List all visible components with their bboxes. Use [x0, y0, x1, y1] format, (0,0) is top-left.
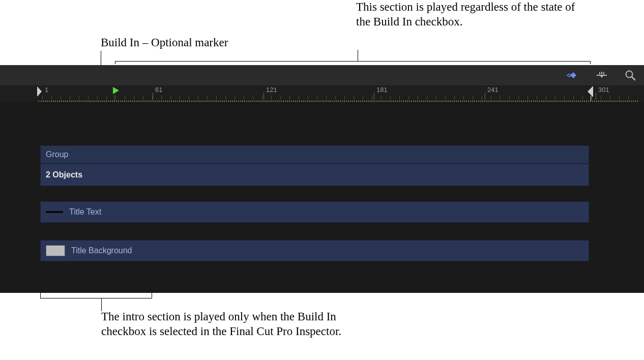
- ruler-tick: [216, 96, 217, 100]
- ruler-tick: [308, 96, 308, 100]
- ruler-tick: [509, 96, 510, 100]
- timeline-tracks-area: Group 2 Objects Title Text Title Backgro…: [0, 102, 644, 293]
- magnifier-icon[interactable]: [623, 70, 638, 81]
- svg-rect-12: [592, 86, 593, 97]
- svg-marker-9: [38, 87, 42, 96]
- group-label: Group: [46, 150, 68, 159]
- ruler-tick-major: [485, 93, 485, 100]
- ruler-tick: [601, 96, 601, 100]
- ruler-tick: [546, 96, 546, 100]
- callout-build-in-marker: Build In – Optional marker: [101, 36, 319, 50]
- ruler-tick: [436, 96, 436, 100]
- ruler-tick-major: [374, 93, 374, 100]
- ruler-tick: [518, 96, 519, 100]
- ruler-tick: [317, 96, 317, 100]
- ruler-tick: [280, 96, 281, 100]
- ruler-tick: [244, 96, 244, 100]
- ruler-tick: [463, 96, 464, 100]
- ruler-tick: [143, 96, 143, 100]
- ruler-tick-major: [264, 93, 264, 100]
- svg-marker-11: [588, 86, 593, 97]
- ruler-tick: [161, 96, 162, 100]
- timeline-toolbar: [0, 65, 644, 85]
- ruler-tick: [61, 96, 61, 100]
- group-count: 2 Objects: [46, 170, 82, 179]
- track-row-title-text[interactable]: Title Text: [0, 201, 644, 223]
- ruler-tick: [573, 96, 574, 100]
- ruler-tick: [354, 96, 354, 100]
- ruler-tick: [79, 96, 79, 100]
- ruler-label: 241: [487, 86, 499, 94]
- svg-rect-2: [597, 75, 607, 76]
- ruler-tick: [42, 96, 43, 100]
- ruler-tick: [326, 96, 327, 100]
- track-label: Title Background: [71, 246, 132, 255]
- ruler-tick: [335, 96, 336, 100]
- ruler-tick-major: [596, 93, 596, 100]
- group-count-bar[interactable]: 2 Objects: [40, 164, 589, 186]
- ruler-tick: [262, 96, 262, 100]
- ruler-tick: [271, 96, 272, 100]
- ruler-tick: [537, 96, 537, 100]
- ruler-tick: [491, 96, 491, 100]
- ruler-tick: [106, 96, 107, 100]
- keyframe-diamond-icon[interactable]: [566, 70, 581, 81]
- ruler-tick: [88, 96, 89, 100]
- ruler-tick: [473, 96, 473, 100]
- ruler-tick: [235, 96, 235, 100]
- timeline-panel: 61121181241301 1 Group 2 Obj: [0, 65, 644, 293]
- ruler-label-start: 1: [45, 86, 48, 94]
- ruler-tick: [97, 96, 98, 100]
- track-row-title-background[interactable]: Title Background: [0, 240, 644, 261]
- callout-intro-section: The intro section is played only when th…: [101, 310, 345, 339]
- ruler-tick: [390, 96, 391, 100]
- ruler-tick: [299, 96, 299, 100]
- ruler-tick: [427, 96, 427, 100]
- svg-rect-3: [601, 72, 602, 74]
- group-count-row[interactable]: 2 Objects: [0, 164, 644, 186]
- ruler-tick: [381, 96, 382, 100]
- callout-bracket-top: [115, 50, 591, 64]
- ruler-tick: [454, 96, 455, 100]
- ruler-tick: [528, 96, 528, 100]
- group-header-row[interactable]: Group: [0, 145, 644, 164]
- out-point-icon[interactable]: [584, 86, 594, 97]
- callout-bracket-bottom: [40, 293, 152, 311]
- ruler-tick: [289, 96, 290, 100]
- callout-played-regardless: This section is played regardless of the…: [356, 0, 580, 29]
- ruler-tick: [225, 96, 226, 100]
- ruler-tick: [51, 96, 52, 100]
- ruler-tick: [408, 96, 409, 100]
- timeline-ruler[interactable]: 61121181241301 1: [0, 85, 644, 100]
- ruler-tick: [125, 96, 125, 100]
- ruler-label: 121: [266, 86, 277, 94]
- svg-rect-10: [37, 87, 38, 96]
- ruler-tick: [564, 96, 565, 100]
- ruler-tick: [500, 96, 501, 100]
- svg-line-8: [632, 77, 635, 80]
- track-thumbnail: [46, 211, 63, 213]
- ruler-tick: [399, 96, 400, 100]
- ruler-tick: [170, 96, 171, 100]
- ruler-tick: [363, 96, 363, 100]
- group-header-bar[interactable]: Group: [40, 145, 589, 164]
- ruler-tick: [134, 96, 134, 100]
- ruler-tick: [189, 96, 189, 100]
- ruler-tick: [344, 96, 345, 100]
- snapping-icon[interactable]: [594, 70, 609, 81]
- ruler-tick: [253, 96, 253, 100]
- ruler-label: 61: [155, 86, 162, 94]
- ruler-tick: [115, 96, 116, 100]
- ruler-tick: [582, 96, 583, 100]
- ruler-tick: [619, 96, 620, 100]
- ruler-label: 301: [598, 86, 609, 94]
- ruler-tick: [372, 96, 372, 100]
- track-bar-title-background[interactable]: Title Background: [40, 240, 589, 261]
- svg-rect-5: [603, 72, 604, 74]
- in-point-icon[interactable]: [37, 87, 42, 96]
- track-label: Title Text: [69, 207, 101, 217]
- ruler-tick: [180, 96, 180, 100]
- ruler-tick: [445, 96, 446, 100]
- ruler-tick: [418, 96, 418, 100]
- track-bar-title-text[interactable]: Title Text: [40, 201, 589, 223]
